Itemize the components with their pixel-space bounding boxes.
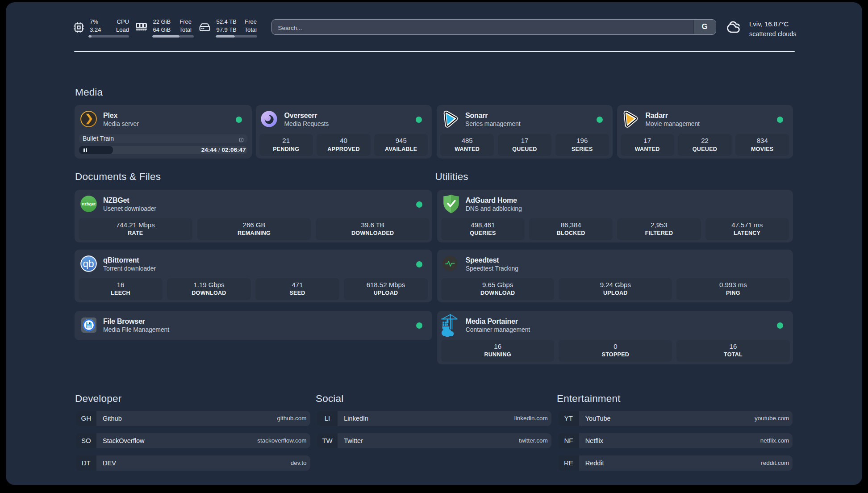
svg-text:nzbget: nzbget — [82, 201, 96, 206]
svg-text:qb: qb — [83, 258, 94, 269]
